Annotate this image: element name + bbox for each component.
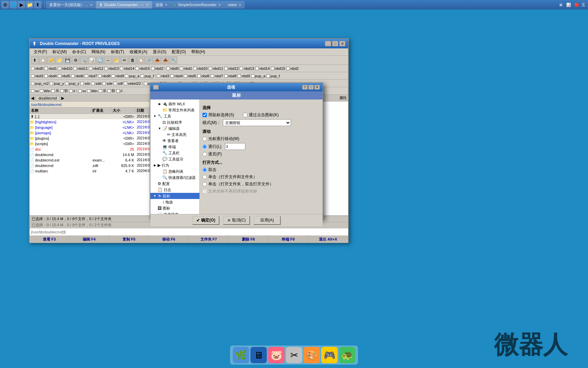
drive-veket22[interactable]: veket22 (124, 81, 141, 86)
drive-pupy-checkbox[interactable] (50, 82, 53, 85)
drive-nbd14-r-checkbox[interactable] (255, 67, 259, 70)
tree-item-config[interactable]: ⚙ 配置 (150, 181, 199, 187)
ok-button[interactable]: ✔ 确定(O) (192, 216, 219, 225)
drive-vv-r-checkbox[interactable] (78, 89, 82, 93)
col-name-header[interactable]: 名称 (30, 108, 91, 113)
drive-pupy[interactable]: pup_y (50, 81, 64, 86)
menu-tabs[interactable]: 标签(T) (108, 48, 127, 56)
drive-nbd7-r[interactable]: nbd7 (211, 74, 223, 78)
dock-icon-5[interactable]: 🎨 (304, 347, 320, 363)
drive-nbd10[interactable]: nbd10 (58, 66, 72, 71)
options-minimize-button[interactable]: _ (153, 85, 159, 90)
drive-nbd12-r-checkbox[interactable] (224, 67, 228, 70)
drive-nbd10-r[interactable]: nbd10 (193, 66, 208, 71)
drive-nbd3-r[interactable]: nbd3 (157, 74, 169, 78)
drive-nbd11-r[interactable]: nbd11 (209, 66, 223, 71)
taskbar-tab-options[interactable]: 选项 ✕ (152, 1, 171, 9)
drive-vv[interactable]: vv (31, 89, 39, 93)
tree-item-editor[interactable]: ▼ 📝 编辑器 (150, 125, 199, 132)
taskbar-tab-recorder[interactable]: ● SimpleScreenRecorder ✕ (171, 1, 225, 9)
drive-nbd0[interactable]: nbd0 (31, 66, 43, 71)
drive-sde[interactable]: sde (102, 81, 113, 86)
taskbar-app-browser[interactable]: 🌐 (10, 1, 17, 9)
drive-nbd7-r-checkbox[interactable] (211, 74, 214, 78)
drive-veket22-checkbox[interactable] (124, 82, 127, 85)
left-nav-right-arrow[interactable]: ▶ (61, 96, 64, 101)
mouse-move-radio[interactable] (202, 137, 207, 141)
dock-icon-1[interactable]: 🌿 (233, 347, 249, 363)
taskbar-tab-dc[interactable]: ⬆ Double Commander - ··· ✕ (96, 1, 152, 9)
drive-nbd3-checkbox[interactable] (31, 74, 34, 78)
drive-nbd15[interactable]: nbd15 (135, 66, 150, 71)
taskbar-tab-media-close[interactable]: ✕ (90, 3, 93, 7)
menu-file[interactable]: 文件(F) (31, 48, 50, 56)
menu-show[interactable]: 显示(S) (150, 48, 169, 56)
drive-win-r-checkbox[interactable] (87, 89, 91, 93)
drive-pupf-r-checkbox[interactable] (266, 74, 270, 78)
drive-le-r[interactable]: 乐 (99, 88, 107, 93)
drive-win-r[interactable]: Win (87, 89, 98, 93)
tree-item-text-highlight[interactable]: ✏ 文本高亮 (150, 132, 199, 138)
drive-nbd5-r[interactable]: nbd5 (184, 74, 196, 78)
drive-nbd1[interactable]: nbd1 (44, 66, 56, 71)
toolbar-btn-6[interactable]: ⚙ (72, 57, 79, 64)
drive-nbd5[interactable]: nbd5 (58, 74, 70, 78)
single-open-radio-label[interactable]: 单击（打开文件和文件夹） (202, 174, 257, 180)
dock-icon-3[interactable]: 🐷 (268, 347, 284, 363)
drive-nbd14-checkbox[interactable] (120, 67, 123, 70)
tree-item-toolbar[interactable]: 🔧 工具栏 (150, 150, 199, 156)
drive-nbd7-checkbox[interactable] (85, 74, 88, 78)
drive-slash-r-checkbox[interactable] (116, 89, 120, 93)
drive-nbd15-checkbox[interactable] (135, 67, 139, 70)
drive-ruan[interactable]: 软 (60, 88, 68, 93)
drive-pupro2[interactable]: pup_ro2 (31, 81, 49, 86)
tree-item-plugins-wlx[interactable]: ▶ 🔌 插件 WLX (150, 101, 199, 107)
fn-key-f4[interactable]: 编辑 F4 (69, 235, 109, 243)
drive-pupf[interactable]: pup_f (141, 74, 154, 78)
mode-select[interactable]: 左侧按钮 右侧按钮 双击 (223, 119, 291, 126)
drive-nbd2-r[interactable]: nbd2 (286, 66, 298, 71)
drive-nbd8-checkbox[interactable] (98, 74, 101, 78)
fn-key-f6[interactable]: 移动 F6 (149, 235, 189, 243)
drive-sde-checkbox[interactable] (102, 82, 106, 85)
taskbar-tab-recorder-close[interactable]: ✕ (218, 3, 221, 7)
tree-item-file-ops[interactable]: 📄 文件操作 (150, 211, 199, 214)
drive-win-checkbox[interactable] (40, 89, 43, 93)
drive-sdd[interactable]: sdd (91, 81, 101, 86)
drive-pupa-r-checkbox[interactable] (251, 74, 255, 78)
drive-nbd9-checkbox[interactable] (112, 74, 115, 78)
drive-nbd15-r[interactable]: nbd15 (271, 66, 285, 71)
options-maximize-button[interactable]: □ (308, 85, 314, 90)
drive-nbd2[interactable]: nbd2 (151, 66, 163, 71)
drive-nbd2-r-checkbox[interactable] (286, 67, 290, 70)
tree-item-terminal[interactable]: 💻 终端 (150, 144, 199, 150)
dc-close-button[interactable]: ✕ (339, 41, 345, 46)
taskbar-tab-options-close[interactable]: ✕ (165, 3, 167, 7)
lines-radio-label[interactable]: 逐行(L) (202, 144, 222, 150)
left-nav-left-arrow[interactable]: ◀ (31, 96, 34, 101)
taskbar-app-media[interactable]: ▶ (18, 1, 25, 9)
drive-nbd14-r[interactable]: nbd14 (255, 66, 270, 71)
drive-nbd12[interactable]: nbd12 (89, 66, 103, 71)
mouse-move-radio-label[interactable]: 光标逐行移动(W) (202, 136, 239, 142)
drive-nbd6-checkbox[interactable] (71, 74, 75, 78)
drive-nbd9[interactable]: nbd9 (112, 74, 124, 78)
drive-vv-checkbox[interactable] (31, 89, 34, 93)
toolbar-btn-3[interactable]: 🔑 (47, 57, 55, 64)
drive-pupf-r[interactable]: pup_f (266, 74, 280, 78)
drive-nbd6[interactable]: nbd6 (71, 74, 83, 78)
drive-nbd11[interactable]: nbd11 (74, 66, 88, 71)
menu-network[interactable]: 网络(N) (89, 48, 108, 56)
drive-pupro2-checkbox[interactable] (31, 82, 34, 85)
drive-pupz-checkbox[interactable] (65, 82, 68, 85)
click-icon-checkbox[interactable] (243, 113, 247, 117)
drive-nbd8[interactable]: nbd8 (98, 74, 110, 78)
drive-nbd9-r-checkbox[interactable] (238, 74, 241, 78)
drive-nbd14[interactable]: nbd14 (120, 66, 134, 71)
drive-nbd8-r-checkbox[interactable] (224, 74, 228, 78)
tree-item-tools[interactable]: ▼ 🔧 工具 (150, 113, 199, 119)
menu-mark[interactable]: 标记(M) (50, 48, 69, 56)
cancel-button[interactable]: ✕ 取消(C) (223, 216, 250, 225)
drive-nbd0-r-checkbox[interactable] (166, 67, 170, 70)
dc-maximize-button[interactable]: □ (332, 41, 338, 46)
